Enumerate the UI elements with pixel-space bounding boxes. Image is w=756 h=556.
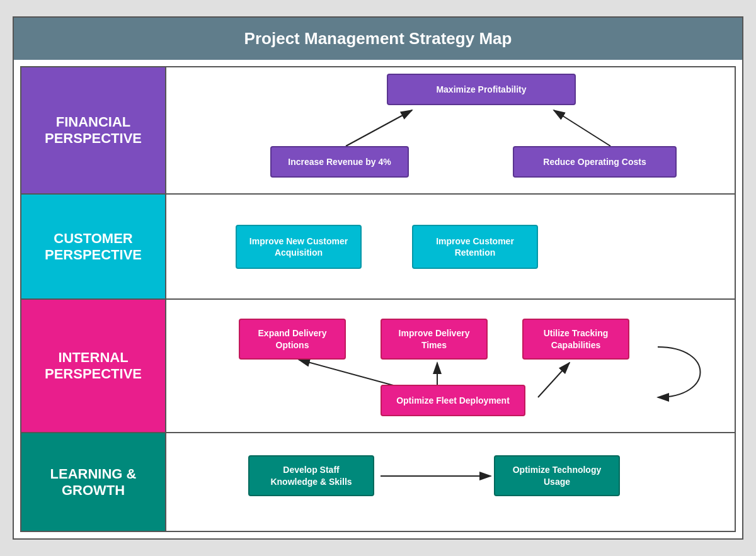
tracking-capabilities-box: Utilize Tracking Capabilities — [522, 319, 629, 360]
financial-label: FINANCIAL PERSPECTIVE — [21, 67, 166, 193]
page-title: Project Management Strategy Map — [26, 29, 730, 48]
learning-row: LEARNING & GROWTH Develop Staff Knowledg… — [21, 433, 735, 531]
strategy-map-container: Project Management Strategy Map FINANCIA… — [13, 16, 743, 540]
title-bar: Project Management Strategy Map — [14, 18, 742, 60]
svg-line-7 — [538, 363, 570, 397]
financial-row: FINANCIAL PERSPECTIVE Maximize Profitabi… — [21, 67, 735, 195]
improve-delivery-times-box: Improve Delivery Times — [381, 319, 488, 360]
increase-revenue-box: Increase Revenue by 4% — [270, 146, 409, 178]
learning-content: Develop Staff Knowledge & Skills Optimiz… — [166, 433, 735, 531]
customer-content: Improve New Customer Acquisition Improve… — [166, 195, 735, 298]
staff-knowledge-box: Develop Staff Knowledge & Skills — [248, 455, 374, 496]
learning-label: LEARNING & GROWTH — [21, 433, 166, 531]
maximize-profitability-box: Maximize Profitability — [387, 74, 576, 105]
customer-retention-box: Improve Customer Retention — [412, 225, 538, 269]
expand-delivery-box: Expand Delivery Options — [239, 319, 346, 360]
content-area: FINANCIAL PERSPECTIVE Maximize Profitabi… — [20, 66, 736, 532]
svg-line-2 — [554, 110, 610, 146]
reduce-costs-box: Reduce Operating Costs — [513, 146, 677, 178]
internal-label: INTERNAL PERSPECTIVE — [21, 300, 166, 432]
customer-label: CUSTOMER PERSPECTIVE — [21, 195, 166, 298]
optimize-technology-box: Optimize Technology Usage — [494, 455, 620, 496]
internal-row: INTERNAL PERSPECTIVE — [21, 300, 735, 433]
internal-content: Expand Delivery Options Improve Delivery… — [166, 300, 735, 432]
customer-row: CUSTOMER PERSPECTIVE Improve New Custome… — [21, 195, 735, 300]
svg-line-1 — [346, 110, 412, 146]
fleet-deployment-box: Optimize Fleet Deployment — [381, 385, 525, 416]
financial-content: Maximize Profitability Increase Revenue … — [166, 67, 735, 193]
new-customer-acquisition-box: Improve New Customer Acquisition — [236, 225, 362, 269]
